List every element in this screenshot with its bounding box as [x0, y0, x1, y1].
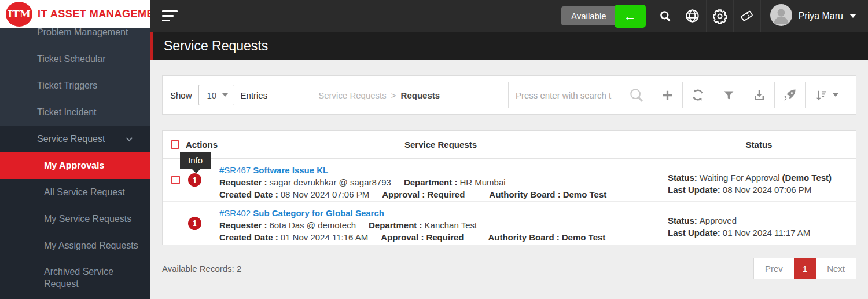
current-page-button[interactable]: 1 [794, 258, 816, 279]
approval-value: Required [427, 189, 465, 199]
page-title: Service Requests [164, 38, 268, 54]
brand-logo-circle: ITM [6, 2, 32, 27]
status-label: Status: [668, 173, 697, 183]
sidebar-item-archived-service-request[interactable]: Archived Service Request [0, 259, 150, 297]
table-row: i #SR467Software Issue KL Requester :sag… [163, 159, 856, 202]
breadcrumb-separator: > [391, 90, 396, 100]
back-arrow-icon[interactable]: ← [615, 5, 646, 28]
filter-icon[interactable] [713, 82, 744, 108]
last-update-label: Last Update: [668, 228, 720, 238]
breadcrumb-current: Requests [401, 90, 440, 100]
last-update-value: 01 Nov 2024 11:17 AM [723, 228, 811, 238]
topbar-right: Available ← [561, 0, 868, 32]
search-submit-icon[interactable] [621, 82, 652, 108]
authority-board-value: Demo Test [563, 189, 607, 199]
prev-page-button[interactable]: Prev [754, 258, 794, 279]
app-window: ITM IT ASSET MANAGEMENT Problem Manageme… [0, 0, 868, 299]
pagination: Prev 1 Next [753, 258, 856, 279]
page-title-bar: Service Requests [150, 32, 868, 60]
availability-status-button[interactable]: Available [561, 6, 616, 25]
table-actions-toolbar [508, 82, 848, 108]
department-value: HR Mumbai [459, 177, 505, 187]
show-label: Show [170, 90, 192, 100]
service-requests-header: Service Requests [219, 140, 662, 150]
info-tooltip: Info [180, 152, 211, 169]
requester-label: Requester : [219, 220, 267, 230]
add-icon[interactable] [652, 82, 683, 108]
status-label: Status: [668, 216, 697, 225]
breadcrumb-parent[interactable]: Service Requests [318, 90, 387, 100]
select-all-checkbox[interactable] [171, 140, 179, 149]
sidebar-item-service-request[interactable]: Service Request [0, 126, 150, 152]
row-select-checkbox[interactable] [171, 176, 180, 184]
created-date-value: 01 Nov 2024 11:16 AM [281, 232, 369, 242]
status-value: Approved [700, 216, 737, 225]
globe-icon[interactable] [679, 0, 706, 32]
launch-icon[interactable] [775, 82, 806, 108]
entries-per-page-value: 10 [207, 90, 217, 100]
authority-board-label: Authority Board : [488, 232, 559, 242]
created-date-value: 08 Nov 2024 07:06 PM [281, 189, 369, 199]
search-icon[interactable] [652, 0, 679, 32]
ticket-icon[interactable] [733, 0, 760, 32]
request-id-link[interactable]: #SR402 [219, 208, 251, 218]
sort-icon[interactable] [806, 82, 848, 108]
entries-per-page-select[interactable]: 10 [198, 85, 234, 105]
sidebar-item-my-service-requests[interactable]: My Service Requests [0, 206, 150, 232]
request-title-link[interactable]: Sub Category for Global Search [253, 208, 384, 218]
info-icon[interactable]: i [188, 217, 201, 230]
service-requests-table: Info Actions Service Requests Status i [162, 130, 856, 245]
content-area: Show 10 Entries Service Requests > Reque… [150, 60, 868, 299]
status-header: Status [662, 140, 856, 150]
user-name: Priya Maru [799, 11, 843, 21]
created-date-label: Created Date : [219, 232, 278, 242]
request-id-link[interactable]: #SR467 [219, 165, 251, 175]
hamburger-icon[interactable] [162, 10, 178, 21]
avatar [770, 4, 792, 28]
requester-value: sagar devrukhkar @ sagar8793 [270, 177, 391, 187]
brand-logo-text: IT ASSET MANAGEMENT [38, 8, 150, 20]
export-icon[interactable] [744, 82, 775, 108]
main-area: Available ← [150, 0, 868, 299]
gear-icon[interactable] [706, 0, 733, 32]
brand-logo: ITM IT ASSET MANAGEMENT [0, 0, 150, 28]
sidebar-service-request-group: Service Request My Approvals All Service… [0, 126, 150, 299]
approval-label: Approval : [382, 189, 425, 199]
request-title-link[interactable]: Software Issue KL [253, 165, 328, 175]
refresh-icon[interactable] [683, 82, 713, 108]
last-update-label: Last Update: [668, 185, 720, 195]
table-footer: Available Records: 2 Prev 1 Next [162, 258, 856, 279]
next-page-button[interactable]: Next [816, 258, 856, 279]
authority-board-label: Authority Board : [489, 189, 560, 199]
user-menu[interactable]: Priya Maru [760, 0, 868, 32]
topbar: Available ← [150, 0, 868, 32]
approval-label: Approval : [381, 232, 424, 242]
select-caret-icon [222, 93, 228, 97]
sidebar-item-ticket-incident[interactable]: Ticket Incident [0, 99, 150, 126]
toolbar-panel: Show 10 Entries Service Requests > Reque… [162, 75, 856, 115]
department-value: Kanchan Test [425, 220, 477, 230]
sidebar: ITM IT ASSET MANAGEMENT Problem Manageme… [0, 0, 150, 299]
sidebar-item-ticket-triggers[interactable]: Ticket Triggers [0, 72, 150, 99]
authority-board-value: Demo Test [562, 232, 606, 242]
availability-control: Available ← [561, 5, 646, 28]
table-header-row: Actions Service Requests Status [163, 131, 856, 159]
department-label: Department : [404, 177, 458, 187]
search-input[interactable] [508, 82, 621, 108]
available-records: Available Records: 2 [162, 264, 241, 274]
created-date-label: Created Date : [219, 189, 278, 199]
department-label: Department : [369, 220, 422, 230]
requester-value: 6ota Das @ demotech [270, 220, 356, 230]
status-value: Waiting For Approval [700, 173, 780, 183]
entries-label: Entries [241, 90, 268, 100]
requester-label: Requester : [219, 177, 267, 187]
last-update-value: 08 Nov 2024 07:06 PM [723, 185, 811, 195]
chevron-down-icon [126, 135, 133, 141]
approval-value: Required [426, 232, 464, 242]
actions-header: Actions [186, 140, 218, 150]
sort-caret-icon [833, 93, 838, 97]
sidebar-item-my-approvals[interactable]: My Approvals [0, 152, 150, 179]
sidebar-item-ticket-schedular[interactable]: Ticket Schedular [0, 46, 150, 72]
sidebar-item-my-assigned-requests[interactable]: My Assigned Requests [0, 232, 150, 259]
sidebar-item-all-service-request[interactable]: All Service Request [0, 179, 150, 206]
